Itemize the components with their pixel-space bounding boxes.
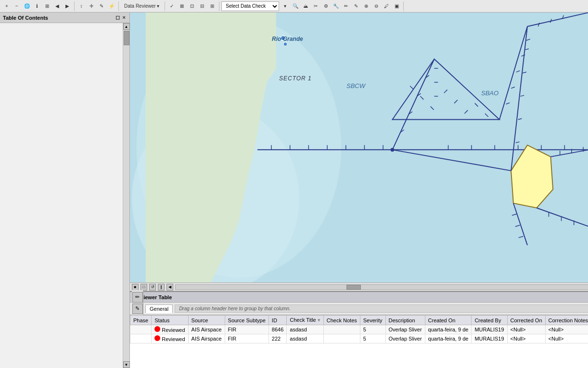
check-btn-1[interactable]: ✓ <box>167 1 177 11</box>
cell-correction-notes-2: <Null> <box>545 334 588 343</box>
cell-status-1: Reviewed <box>152 325 188 334</box>
misc-btn-3[interactable]: ✂ <box>311 1 320 11</box>
tool-btn-2[interactable]: ✛ <box>87 1 96 11</box>
col-source[interactable]: Source <box>188 316 225 325</box>
select-data-check-dropdown[interactable]: Select Data Check <box>221 1 279 11</box>
cell-id-2: 222 <box>268 334 286 343</box>
data-reviewer-btn[interactable]: Data Reviewer ▾ <box>121 1 163 11</box>
col-created-on[interactable]: Created On <box>425 316 472 325</box>
main-layout: Table Of Contents ◻ × ▲ ▼ <box>0 13 588 368</box>
reviewer-section: Reviewer Table ✏ ✎ ⊞ General Drag a colu… <box>130 291 588 368</box>
col-phase[interactable]: Phase <box>130 316 152 325</box>
map-svg <box>130 13 588 282</box>
edit2-tool-btn[interactable]: ✎ <box>132 304 143 314</box>
cell-source-2: AIS Airspace <box>188 334 225 343</box>
cell-severity-1: 5 <box>360 325 385 334</box>
toc-close-btn[interactable]: × <box>122 14 127 21</box>
reviewer-table: Phase Status Source Source Subtype ID Ch… <box>130 315 588 343</box>
info-btn[interactable]: ℹ <box>32 1 42 11</box>
col-description[interactable]: Description <box>385 316 425 325</box>
misc-btn-8[interactable]: ⊕ <box>361 1 371 11</box>
map-horizontal-scrollbar[interactable] <box>175 284 588 290</box>
cell-check-title-1: asdasd <box>287 325 323 334</box>
tool-btn-3[interactable]: ✎ <box>97 1 106 11</box>
map-canvas[interactable]: Rio Grande SECTOR 1 SBCW SBAO <box>130 13 588 282</box>
misc-btn-2[interactable]: ⛰ <box>301 1 310 11</box>
tool-btn-1[interactable]: ↕ <box>77 1 86 11</box>
toolbar-group-nav: + − 🌐 ℹ ⊞ ◀ ▶ <box>2 1 75 11</box>
check-btn-3[interactable]: ⊡ <box>187 1 197 11</box>
check-btn-5[interactable]: ⊞ <box>207 1 217 11</box>
check-btn-2[interactable]: ⊠ <box>177 1 187 11</box>
reviewer-header: Reviewer Table <box>130 292 588 303</box>
toc-scroll-up[interactable]: ▲ <box>123 23 130 30</box>
table-header-row: Phase Status Source Source Subtype ID Ch… <box>130 316 588 325</box>
cell-check-title-2: asdasd <box>287 334 323 343</box>
col-check-notes[interactable]: Check Notes <box>323 316 360 325</box>
cell-source-1: AIS Airspace <box>188 325 225 334</box>
map-btn-refresh[interactable]: ↺ <box>149 284 156 291</box>
map-scroll-thumb[interactable] <box>346 285 361 290</box>
col-check-title[interactable]: Check Title ▾ <box>287 316 323 325</box>
cell-status-2: Reviewed <box>152 334 188 343</box>
toolbar-group-checks: ✓ ⊠ ⊡ ⊟ ⊞ <box>167 1 219 11</box>
forward-btn[interactable]: ▶ <box>63 1 72 11</box>
reviewer-table-container: Phase Status Source Source Subtype ID Ch… <box>130 315 588 368</box>
cell-description-2: Overlap Sliver <box>385 334 425 343</box>
zoom-out-btn[interactable]: − <box>12 1 22 11</box>
cell-corrected-on-1: <Null> <box>507 325 545 334</box>
misc-btn-5[interactable]: 🔧 <box>331 1 341 11</box>
cell-source-subtype-1: FIR <box>225 325 268 334</box>
zoom-in-btn[interactable]: + <box>2 1 12 11</box>
general-tab[interactable]: General <box>145 305 173 313</box>
col-corrected-on[interactable]: Corrected On <box>507 316 545 325</box>
toc-scroll-down[interactable]: ▼ <box>123 361 130 368</box>
col-source-subtype[interactable]: Source Subtype <box>225 316 268 325</box>
col-created-by[interactable]: Created By <box>472 316 507 325</box>
misc-btn-1[interactable]: 🔍 <box>291 1 300 11</box>
toc-content <box>0 23 123 368</box>
misc-btn-7[interactable]: ✎ <box>351 1 361 11</box>
misc-btn-11[interactable]: ▣ <box>392 1 401 11</box>
toolbar-group-misc: 🔍 ⛰ ✂ ⚙ 🔧 ✏ ✎ ⊕ ⊖ 🖊 ▣ <box>291 1 404 11</box>
edit-tool-btn[interactable]: ✏ <box>132 292 143 303</box>
toc-pin-btn[interactable]: ◻ <box>115 14 121 21</box>
table-row: Reviewed AIS Airspace FIR 222 asdasd 5 O… <box>130 334 588 343</box>
col-id[interactable]: ID <box>268 316 286 325</box>
grid-btn[interactable]: ⊞ <box>42 1 52 11</box>
map-btn-prev[interactable]: ◀ <box>166 284 173 291</box>
toc-scroll-thumb[interactable] <box>124 31 129 45</box>
cell-source-subtype-2: FIR <box>225 334 268 343</box>
toc-title: Table Of Contents <box>3 15 48 21</box>
cell-severity-2: 5 <box>360 334 385 343</box>
misc-btn-6[interactable]: ✏ <box>341 1 351 11</box>
map-btn-pause[interactable]: ‖ <box>158 284 165 291</box>
dropdown-arrow-btn[interactable]: ▾ <box>280 1 290 11</box>
cell-created-on-1: quarta-feira, 9 de <box>425 325 472 334</box>
cell-created-by-2: MURALIS19 <box>472 334 507 343</box>
misc-btn-4[interactable]: ⚙ <box>321 1 331 11</box>
globe-btn[interactable]: 🌐 <box>22 1 32 11</box>
right-section: Rio Grande SECTOR 1 SBCW SBAO ■ □ ↺ ‖ ◀ … <box>130 13 588 368</box>
map-btn-square1[interactable]: ■ <box>132 284 139 291</box>
table-row: Reviewed AIS Airspace FIR 8646 asdasd 5 … <box>130 325 588 334</box>
svg-point-3 <box>281 36 285 40</box>
status-error-icon-1 <box>154 326 160 332</box>
col-correction-notes[interactable]: Correction Notes <box>545 316 588 325</box>
cell-check-notes-1 <box>323 325 360 334</box>
cell-phase-2 <box>130 334 152 343</box>
map-btn-square2[interactable]: □ <box>141 284 147 291</box>
toc-with-scroll: ▲ ▼ <box>0 23 129 368</box>
check-btn-4[interactable]: ⊟ <box>197 1 207 11</box>
misc-btn-9[interactable]: ⊖ <box>371 1 381 11</box>
col-severity[interactable]: Severity <box>360 316 385 325</box>
col-status[interactable]: Status <box>152 316 188 325</box>
back-btn[interactable]: ◀ <box>52 1 62 11</box>
cell-phase-1 <box>130 325 152 334</box>
cell-description-1: Overlap Sliver <box>385 325 425 334</box>
toc-panel: Table Of Contents ◻ × ▲ ▼ <box>0 13 130 368</box>
cell-check-notes-2 <box>323 334 360 343</box>
misc-btn-10[interactable]: 🖊 <box>382 1 391 11</box>
cell-correction-notes-1: <Null> <box>545 325 588 334</box>
tool-btn-4[interactable]: ⚡ <box>107 1 116 11</box>
